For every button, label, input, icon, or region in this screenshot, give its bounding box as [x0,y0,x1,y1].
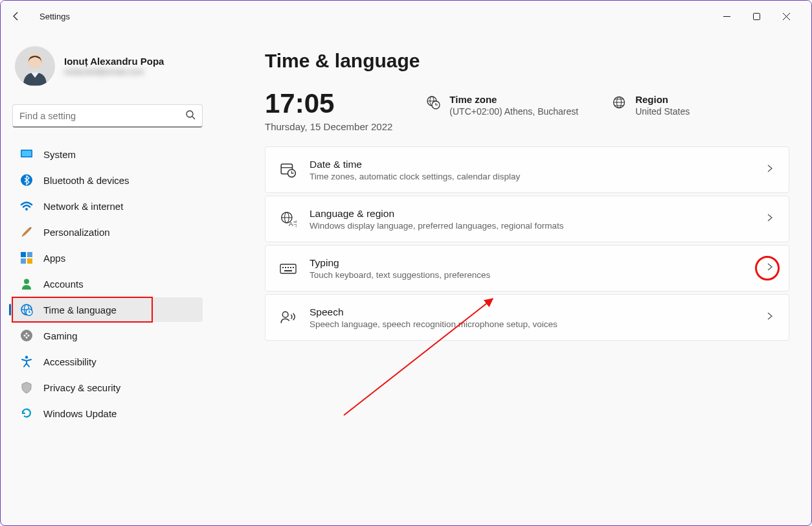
sidebar-item-time-language[interactable]: Time & language [12,297,203,322]
sidebar-item-label: Apps [43,253,65,264]
sidebar: Ionuț Alexandru Popa redacted@email.com … [1,32,208,525]
sidebar-item-update[interactable]: Windows Update [12,401,203,426]
profile-name: Ionuț Alexandru Popa [64,56,164,67]
sidebar-item-label: Bluetooth & devices [43,175,130,186]
region-value: United States [635,106,690,117]
app-title: Settings [39,12,70,21]
chevron-right-icon [765,164,774,176]
gaming-icon [20,329,33,342]
sidebar-item-bluetooth[interactable]: Bluetooth & devices [12,168,203,192]
svg-text:A字: A字 [289,220,297,227]
profile-block[interactable]: Ionuț Alexandru Popa redacted@email.com [12,42,203,90]
datetime-icon [280,162,297,177]
card-title: Speech [310,306,558,318]
chevron-right-icon [765,213,774,225]
apps-icon [20,251,33,264]
svg-point-21 [25,356,28,358]
clock-block: 17:05 Thursday, 15 December 2022 [265,90,392,132]
clock-date: Thursday, 15 December 2022 [265,121,392,132]
svg-point-19 [26,333,28,335]
search-icon [185,109,196,122]
timezone-label: Time zone [449,94,578,105]
search-box[interactable] [12,104,203,128]
sidebar-item-label: Windows Update [43,408,117,419]
person-icon [20,277,33,290]
svg-point-20 [26,337,28,339]
bluetooth-icon [20,174,33,187]
svg-rect-34 [285,267,286,268]
svg-rect-36 [290,267,291,268]
svg-rect-9 [27,252,32,257]
search-input[interactable] [19,111,185,121]
sidebar-item-label: Accessibility [43,356,96,367]
sidebar-item-personalization[interactable]: Personalization [12,220,203,244]
sidebar-item-apps[interactable]: Apps [12,246,203,270]
svg-rect-8 [21,252,26,257]
keyboard-icon [280,260,297,276]
close-button[interactable] [771,5,801,28]
svg-point-39 [282,312,288,317]
svg-point-18 [28,335,30,337]
profile-email: redacted@email.com [64,67,164,76]
sidebar-item-label: Personalization [43,227,110,238]
page-title: Time & language [265,50,789,72]
card-title: Date & time [310,159,520,170]
chevron-right-icon [765,312,774,323]
system-icon [20,148,33,161]
settings-cards: Date & time Time zones, automatic clock … [265,146,789,341]
accessibility-icon [20,355,33,368]
sidebar-item-accounts[interactable]: Accounts [12,271,203,296]
sidebar-item-label: Privacy & security [43,382,120,393]
svg-point-3 [186,111,193,117]
card-typing[interactable]: Typing Touch keyboard, text suggestions,… [265,245,789,292]
lang-icon: A字 [280,211,297,227]
svg-rect-33 [282,267,284,268]
info-row: 17:05 Thursday, 15 December 2022 Time zo… [265,90,789,132]
sidebar-nav: System Bluetooth & devices Network & int… [12,142,203,426]
card-speech[interactable]: Speech Speech language, speech recogniti… [265,294,789,341]
globe-icon [612,95,626,109]
sidebar-item-label: System [43,149,76,160]
minimize-button[interactable] [712,5,741,28]
chevron-right-icon [765,262,774,274]
svg-rect-35 [288,267,289,268]
card-date-time[interactable]: Date & time Time zones, automatic clock … [265,146,789,193]
svg-rect-38 [284,270,292,271]
svg-rect-5 [22,151,32,157]
maximize-button[interactable] [741,5,771,28]
update-icon [20,407,33,420]
clock-globe-icon [20,303,33,316]
sidebar-item-accessibility[interactable]: Accessibility [12,349,203,374]
card-language-region[interactable]: A字 Language & region Windows display lan… [265,196,789,242]
svg-point-7 [25,208,28,211]
main-content: Time & language 17:05 Thursday, 15 Decem… [208,32,811,525]
avatar [15,46,55,86]
svg-rect-32 [280,264,296,273]
titlebar: Settings [1,1,811,32]
sidebar-item-label: Time & language [43,304,117,315]
sidebar-item-label: Gaming [43,330,78,341]
svg-rect-11 [27,258,32,264]
region-label: Region [635,94,690,105]
globe-clock-icon [426,95,440,109]
sidebar-item-system[interactable]: System [12,142,203,166]
svg-point-16 [21,330,32,341]
card-title: Language & region [310,208,563,220]
timezone-block[interactable]: Time zone (UTC+02:00) Athens, Bucharest [426,90,578,117]
speech-icon [280,310,297,325]
back-button[interactable] [11,11,37,21]
card-subtitle: Windows display language, preferred lang… [310,221,563,231]
card-subtitle: Touch keyboard, text suggestions, prefer… [310,270,490,280]
svg-point-17 [24,335,26,337]
sidebar-item-network[interactable]: Network & internet [12,194,203,218]
sidebar-item-label: Network & internet [43,201,123,212]
region-block[interactable]: Region United States [612,90,690,117]
card-title: Typing [310,257,490,269]
wifi-icon [20,200,33,212]
sidebar-item-label: Accounts [43,279,84,290]
timezone-value: (UTC+02:00) Athens, Bucharest [449,106,578,117]
sidebar-item-privacy[interactable]: Privacy & security [12,375,203,400]
svg-rect-10 [21,258,26,264]
clock-time: 17:05 [265,90,392,117]
sidebar-item-gaming[interactable]: Gaming [12,323,203,348]
